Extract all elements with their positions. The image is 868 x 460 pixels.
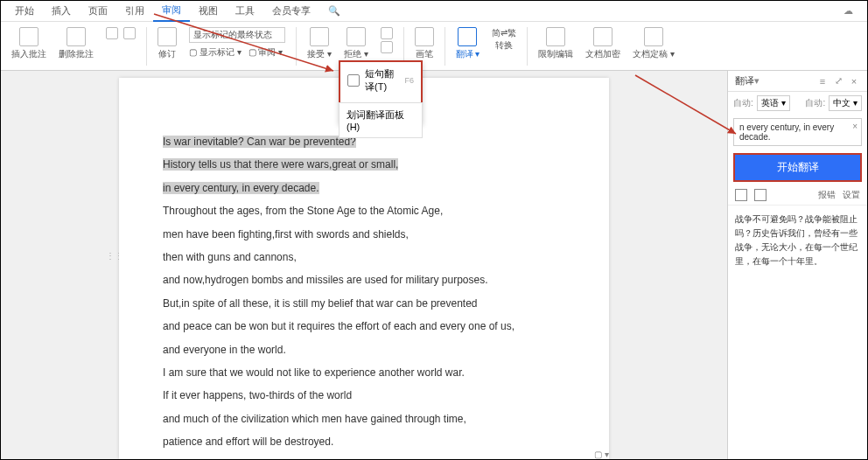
tab-member[interactable]: 会员专享 (263, 1, 319, 21)
tab-reference[interactable]: 引用 (116, 1, 153, 21)
text-line[interactable]: Is war inevitable? Can war be prevented? (163, 136, 356, 148)
accept-button[interactable]: 接受 ▾ (302, 25, 337, 62)
finalize-button[interactable]: 文档定稿 ▾ (627, 25, 680, 62)
translate-panel: 翻译 ▾ ≡ ⤢ × 自动: 英语 ▾ 自动: 中文 ▾ n every cen… (727, 71, 867, 459)
encrypt-button[interactable]: 文档加密 (580, 25, 626, 62)
search-icon[interactable]: 🔍 (319, 5, 349, 17)
text-line[interactable]: then with guns and cannons, (163, 246, 565, 268)
clear-input-icon[interactable]: × (852, 122, 858, 131)
panel-menu-icon[interactable]: ≡ (816, 76, 829, 87)
text-line[interactable]: and much of the civilization which men h… (163, 408, 565, 430)
tab-tools[interactable]: 工具 (227, 1, 263, 21)
text-line[interactable]: men have been fighting,first with swords… (163, 223, 565, 246)
word-translate-item[interactable]: 划词翻译面板(H) (339, 102, 423, 138)
short-translate-item[interactable]: 短句翻译(T) F6 (340, 62, 421, 99)
text-line[interactable]: and now,hydrogen bombs and missiles are … (163, 268, 565, 291)
tab-review[interactable]: 审阅 (153, 0, 190, 22)
start-translate-button[interactable]: 开始翻译 (733, 153, 862, 182)
display-state-combo[interactable]: 显示标记的最终状态 (189, 27, 285, 43)
show-markup-button[interactable]: ▢ 显示标记 ▾ (189, 46, 242, 59)
report-error-link[interactable]: 报错 (818, 189, 836, 201)
translate-result: 战争不可避免吗？战争能被阻止吗？历史告诉我们，曾经有一些战争，无论大小，在每一个… (728, 206, 867, 459)
tab-insert[interactable]: 插入 (43, 1, 80, 21)
settings-link[interactable]: 设置 (843, 189, 860, 201)
delete-comment-button[interactable]: 删除批注 (53, 25, 99, 62)
panel-title: 翻译 (735, 74, 754, 87)
cloud-icon[interactable]: ☁ (835, 5, 862, 17)
tab-page[interactable]: 页面 (80, 1, 116, 21)
translate-input[interactable]: n every century, in every decade. × (733, 118, 862, 146)
tgt-lang-select[interactable]: 中文 ▾ (829, 95, 862, 111)
text-line[interactable]: and peace can be won but it requires the… (163, 315, 565, 338)
text-line[interactable]: If it ever happens, two-thirds of the wo… (163, 384, 565, 407)
src-auto-label: 自动: (733, 97, 753, 109)
revision-button[interactable]: 修订 (152, 25, 182, 62)
compare-button[interactable]: 画笔 (410, 25, 439, 62)
copy-icon[interactable] (735, 189, 747, 201)
toolbar: 插入批注 删除批注 修订 显示标记的最终状态 ▢ 显示标记 ▾ ▢ 审阅 ▾ 接… (1, 22, 867, 71)
tgt-auto-label: 自动: (805, 97, 825, 109)
simp-trad-button[interactable]: 简⇌繁 转换 (486, 25, 522, 53)
restrict-button[interactable]: 限制编辑 (533, 25, 578, 62)
paste-icon[interactable] (754, 189, 766, 201)
menu-bar: 开始 插入 页面 引用 审阅 视图 工具 会员专享 🔍 ☁ (1, 1, 867, 22)
tab-start[interactable]: 开始 (6, 1, 43, 21)
reject-button[interactable]: 拒绝 ▾ (339, 25, 374, 62)
translate-button[interactable]: 翻译 ▾ (451, 25, 486, 62)
text-line[interactable]: in every century, in every decade. (163, 182, 319, 194)
tab-view[interactable]: 视图 (190, 1, 227, 21)
page-indicator-icon: ▢ ▾ (594, 450, 609, 459)
text-line[interactable]: But,in spite of all these, it is still m… (163, 292, 565, 315)
text-line[interactable]: and everyone in the world. (163, 338, 565, 361)
review-pane-button[interactable]: ▢ 审阅 ▾ (248, 46, 284, 59)
text-line[interactable]: I am sure that we would not like to expe… (163, 361, 565, 384)
text-line[interactable]: patience and effort will be destroyed. (163, 430, 565, 453)
panel-pop-icon[interactable]: ⤢ (832, 75, 844, 87)
src-lang-select[interactable]: 英语 ▾ (757, 95, 790, 111)
text-line[interactable]: History tells us that there were wars,gr… (163, 158, 398, 171)
short-translate-icon (347, 74, 360, 87)
text-line[interactable]: Throughout the ages, from the Stone Age … (163, 199, 565, 222)
insert-comment-button[interactable]: 插入批注 (6, 25, 52, 62)
panel-close-icon[interactable]: × (848, 76, 860, 87)
